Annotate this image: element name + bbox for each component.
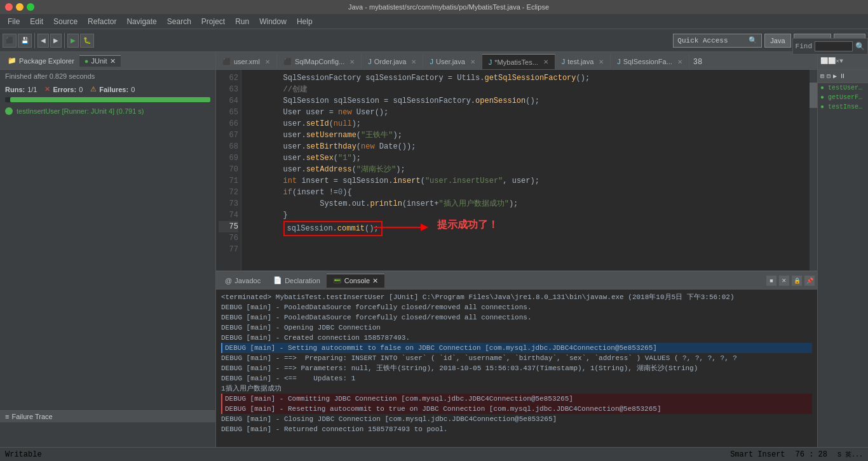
pin-btn[interactable]: 📌 xyxy=(804,276,815,286)
tab-label: SqlMapConfig... xyxy=(295,58,344,65)
tab-sqlsessionfa[interactable]: J SqlSessionFa... ✕ xyxy=(611,54,689,69)
tab-sqlmapconfig[interactable]: ⬛ SqlMapConfig... ✕ xyxy=(277,54,362,69)
close-icon[interactable]: ✕ xyxy=(677,58,682,65)
tab-user-java[interactable]: J User.java ✕ xyxy=(423,54,482,69)
menu-item-window[interactable]: Window xyxy=(254,16,292,27)
runs-label: Runs: xyxy=(5,86,25,93)
console-line-reset: DEBUG [main] - Resetting autocommit to t… xyxy=(221,404,812,414)
scroll-lock-btn[interactable]: 🔒 xyxy=(792,276,802,286)
close-button[interactable] xyxy=(5,3,13,11)
find-bar: Find 🔍 xyxy=(792,38,868,55)
tab-test-java[interactable]: J test.java ✕ xyxy=(555,54,611,69)
right-btn[interactable]: ⊟ xyxy=(827,72,831,80)
line-num: 69 xyxy=(219,152,238,164)
tab-mybatistest[interactable]: J *MybatisTes... ✕ xyxy=(482,54,555,69)
position-status: 76 : 28 xyxy=(796,450,827,459)
junit-close-icon[interactable]: ✕ xyxy=(110,57,116,65)
code-line: int insert = sqlSession.insert("user.ins… xyxy=(247,175,804,187)
test-pass-icon xyxy=(5,107,13,115)
javadoc-icon: @ xyxy=(225,277,232,284)
console-icon: 📟 xyxy=(333,277,342,285)
list-item[interactable]: testInsertUser [Runner: JUnit 4] (0.791 … xyxy=(3,106,213,116)
console-controls: ■ ✕ 🔒 📌 xyxy=(766,276,815,286)
toolbar-btn-2[interactable]: 💾 xyxy=(18,34,32,48)
tab-javadoc[interactable]: @ Javadoc xyxy=(219,274,267,287)
list-item[interactable]: ● testUserI... xyxy=(818,83,868,93)
tab-label: user.xml xyxy=(234,58,260,65)
right-toolbar: ⊞ ⊟ ▶ ⏸ xyxy=(818,70,868,83)
scrollbar-thumb[interactable] xyxy=(810,83,817,108)
close-icon[interactable]: ✕ xyxy=(411,58,416,65)
junit-stats: Runs: 1/1 ✕ Errors: 0 ⚠ Failures: 0 xyxy=(0,83,215,96)
menu-item-file[interactable]: File xyxy=(3,16,25,27)
status-right: Smart Insert 76 : 28 S 英... xyxy=(730,450,863,459)
tab-declaration[interactable]: 📄 Declaration xyxy=(267,274,327,287)
list-item[interactable]: ● testInser... xyxy=(818,102,868,112)
menu-item-project[interactable]: Project xyxy=(196,16,230,27)
close-icon[interactable]: ✕ xyxy=(265,58,270,65)
toolbar-btn-4[interactable]: ▶ xyxy=(50,34,62,48)
code-content[interactable]: SqlSessionFactory sqlSessionFactory = Ut… xyxy=(241,70,810,271)
clear-btn[interactable]: ✕ xyxy=(779,276,789,286)
tab-overflow[interactable]: 38 xyxy=(689,55,706,69)
minimize-button[interactable] xyxy=(16,3,24,11)
stop-btn[interactable]: ■ xyxy=(766,276,776,286)
code-line-highlighted: sqlSession.commit(); 提示成功了！ xyxy=(247,221,804,271)
close-icon[interactable]: ✕ xyxy=(372,277,378,285)
failures-label: Failures: xyxy=(99,86,128,93)
menu-item-navigate[interactable]: Navigate xyxy=(121,16,161,27)
menu-item-run[interactable]: Run xyxy=(230,16,254,27)
right-btn[interactable]: ▶ xyxy=(833,72,837,80)
line-num: 70 xyxy=(219,164,238,175)
overflow-count: 38 xyxy=(693,58,702,67)
menu-item-search[interactable]: Search xyxy=(162,16,196,27)
console-line: DEBUG [main] - ==> Preparing: INSERT INT… xyxy=(221,353,812,363)
tab-console[interactable]: 📟 Console ✕ xyxy=(327,274,384,288)
close-icon[interactable]: ✕ xyxy=(543,58,548,65)
maximize-button[interactable] xyxy=(27,3,34,11)
failures-stat: ⚠ Failures: 0 xyxy=(90,85,135,93)
test-list: testInsertUser [Runner: JUnit 4] (0.791 … xyxy=(0,104,215,410)
center-panel: ⬛ user.xml ✕ ⬛ SqlMapConfig... ✕ J Order… xyxy=(216,52,817,461)
pass-icon: ● xyxy=(820,84,824,91)
editor-scrollbar[interactable] xyxy=(810,70,817,271)
menu-item-edit[interactable]: Edit xyxy=(25,16,48,27)
console-title: <terminated> MybatisTest.testInsertUser … xyxy=(221,292,812,302)
toolbar-btn-1[interactable]: ⬛ xyxy=(3,34,17,48)
file-icon: J xyxy=(430,58,433,65)
list-item[interactable]: ● getUserF... xyxy=(818,93,868,102)
find-search-icon[interactable]: 🔍 xyxy=(855,42,865,51)
right-btn[interactable]: ⊞ xyxy=(820,72,824,80)
menu-item-refactor[interactable]: Refactor xyxy=(83,16,121,27)
run-btn[interactable]: ▶ xyxy=(67,34,79,48)
menu-item-help[interactable]: Help xyxy=(292,16,318,27)
failures-icon: ⚠ xyxy=(90,85,97,93)
pass-icon: ● xyxy=(820,104,824,110)
editor-tabs: ⬛ user.xml ✕ ⬛ SqlMapConfig... ✕ J Order… xyxy=(216,52,817,70)
tab-package-explorer[interactable]: 📁 Package Explorer xyxy=(3,55,79,66)
close-icon[interactable]: ✕ xyxy=(349,58,355,65)
perspective-java[interactable]: Java xyxy=(764,34,790,48)
close-icon[interactable]: ✕ xyxy=(599,58,604,65)
code-line: user.setId(null); xyxy=(247,118,804,130)
errors-label: Errors: xyxy=(53,86,76,93)
quick-access-input[interactable]: Quick Access 🔍 xyxy=(673,34,762,48)
close-icon[interactable]: ✕ xyxy=(470,58,475,65)
file-icon: ⬛ xyxy=(283,58,292,66)
right-btn[interactable]: ⏸ xyxy=(839,72,846,80)
toolbar-btn-3[interactable]: ◀ xyxy=(37,34,49,48)
find-input[interactable] xyxy=(815,41,853,51)
line-num: 63 xyxy=(219,84,238,95)
tab-junit[interactable]: ● JUnit ✕ xyxy=(79,55,121,67)
debug-btn[interactable]: 🐛 xyxy=(80,34,94,48)
progress-bar xyxy=(10,97,210,102)
tab-order-java[interactable]: J Order.java ✕ xyxy=(362,54,423,69)
window-controls[interactable] xyxy=(5,3,34,11)
bottom-tabs: @ Javadoc 📄 Declaration 📟 Console ✕ ■ ✕ … xyxy=(216,272,817,290)
find-label: Find xyxy=(796,43,812,50)
tab-user-xml[interactable]: ⬛ user.xml ✕ xyxy=(216,54,277,69)
menu-item-source[interactable]: Source xyxy=(48,16,83,27)
line-num: 71 xyxy=(219,175,238,187)
menubar: FileEditSourceRefactorNavigateSearchProj… xyxy=(0,14,868,29)
tab-label: test.java xyxy=(567,58,593,65)
